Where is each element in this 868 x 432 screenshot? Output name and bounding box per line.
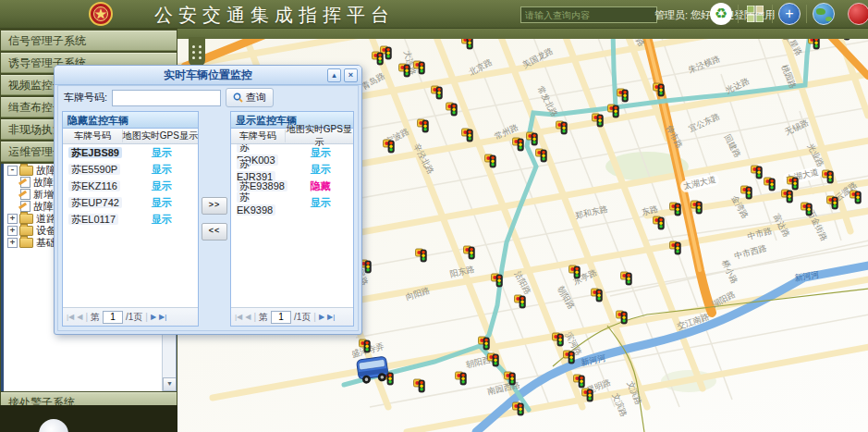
next-page-icon[interactable]: ▶ bbox=[319, 313, 324, 321]
traffic-signal-icon[interactable] bbox=[592, 113, 604, 129]
traffic-signal-icon[interactable] bbox=[514, 294, 526, 310]
search-button[interactable]: 查询 bbox=[226, 88, 274, 107]
traffic-signal-icon[interactable] bbox=[398, 63, 410, 79]
shown-row-1[interactable]: 苏EJR391显示 bbox=[231, 161, 353, 178]
traffic-signal-icon[interactable] bbox=[653, 216, 665, 231]
hidden-row-2[interactable]: 苏EKZ116显示 bbox=[63, 178, 198, 194]
traffic-signal-icon[interactable] bbox=[512, 137, 524, 153]
panel-grip-handle[interactable] bbox=[189, 37, 205, 67]
traffic-signal-icon[interactable] bbox=[787, 176, 799, 191]
gps-toggle-link[interactable]: 显示 bbox=[287, 196, 353, 210]
traffic-signal-icon[interactable] bbox=[461, 128, 473, 143]
dialog-title: 实时车辆位置监控 bbox=[164, 68, 252, 81]
traffic-signal-icon[interactable] bbox=[463, 245, 475, 261]
folder-icon bbox=[19, 166, 33, 176]
traffic-signal-icon[interactable] bbox=[616, 310, 628, 326]
page-total: /1页 bbox=[294, 311, 311, 324]
gps-toggle-link[interactable]: 显示 bbox=[126, 213, 198, 227]
last-page-icon[interactable]: ▶| bbox=[159, 313, 166, 321]
traffic-signal-icon[interactable] bbox=[669, 241, 681, 256]
sidebar-menu-0[interactable]: 信号管理子系统 bbox=[1, 31, 177, 51]
gps-toggle-link[interactable]: 显示 bbox=[126, 179, 198, 193]
traffic-signal-icon[interactable] bbox=[504, 371, 516, 387]
traffic-signal-icon[interactable] bbox=[413, 60, 425, 76]
move-left-button[interactable]: << bbox=[202, 223, 227, 241]
traffic-signal-icon[interactable] bbox=[413, 378, 425, 394]
hidden-row-4[interactable]: 苏EL0117显示 bbox=[63, 211, 198, 228]
prev-page-icon[interactable]: ◀ bbox=[77, 313, 82, 321]
traffic-signal-icon[interactable] bbox=[512, 401, 524, 417]
page-number-input[interactable] bbox=[271, 311, 291, 324]
traffic-signal-icon[interactable] bbox=[552, 332, 564, 348]
header-search-input[interactable] bbox=[520, 6, 657, 23]
first-page-icon[interactable]: |◀ bbox=[235, 313, 242, 321]
scrollbar-down-arrow[interactable]: ▼ bbox=[163, 377, 177, 391]
hidden-row-1[interactable]: 苏E5590P显示 bbox=[63, 161, 198, 178]
traffic-signal-icon[interactable] bbox=[751, 165, 763, 180]
traffic-signal-icon[interactable] bbox=[455, 371, 467, 387]
prev-page-icon[interactable]: ◀ bbox=[245, 313, 251, 321]
map-tiles-icon[interactable] bbox=[743, 2, 767, 26]
plate-number: 苏EJBS89 bbox=[63, 146, 126, 160]
traffic-signal-icon[interactable] bbox=[484, 154, 496, 169]
traffic-signal-icon[interactable] bbox=[556, 120, 568, 136]
traffic-signal-icon[interactable] bbox=[372, 51, 384, 67]
expand-toggle-icon[interactable]: + bbox=[7, 214, 18, 224]
recycle-icon[interactable]: ♻ bbox=[709, 2, 733, 26]
traffic-signal-icon[interactable] bbox=[617, 88, 629, 104]
gps-toggle-link[interactable]: 显示 bbox=[126, 196, 198, 210]
traffic-signal-icon[interactable] bbox=[383, 139, 395, 154]
traffic-signal-icon[interactable] bbox=[607, 104, 619, 119]
shown-row-3[interactable]: 苏EK9398显示 bbox=[231, 194, 353, 211]
next-page-icon[interactable]: ▶ bbox=[151, 313, 156, 321]
gps-toggle-link[interactable]: 显示 bbox=[287, 163, 353, 177]
traffic-signal-icon[interactable] bbox=[653, 82, 665, 98]
alert-icon[interactable] bbox=[841, 2, 865, 26]
traffic-signal-icon[interactable] bbox=[535, 148, 547, 164]
traffic-signal-icon[interactable] bbox=[801, 202, 813, 217]
traffic-signal-icon[interactable] bbox=[826, 195, 838, 211]
traffic-signal-icon[interactable] bbox=[568, 265, 581, 280]
traffic-signal-icon[interactable] bbox=[478, 336, 490, 352]
first-page-icon[interactable]: |◀ bbox=[67, 313, 74, 321]
zoom-plus-icon[interactable]: + bbox=[777, 2, 801, 26]
traffic-signal-icon[interactable] bbox=[415, 248, 427, 264]
globe-icon[interactable] bbox=[812, 2, 836, 26]
traffic-signal-icon[interactable] bbox=[487, 352, 499, 368]
traffic-signal-icon[interactable] bbox=[431, 85, 443, 101]
move-right-button[interactable]: >> bbox=[202, 197, 227, 215]
close-icon[interactable]: × bbox=[344, 68, 358, 82]
gps-toggle-link[interactable]: 显示 bbox=[126, 146, 198, 160]
dialog-body: 车牌号码: 查询 隐藏监控车辆 车牌号码 地图实时GPS显示 bbox=[57, 85, 359, 331]
traffic-signal-icon[interactable] bbox=[620, 271, 632, 287]
traffic-signal-icon[interactable] bbox=[581, 388, 593, 403]
traffic-signal-icon[interactable] bbox=[850, 190, 862, 205]
page-number-input[interactable] bbox=[103, 311, 123, 324]
traffic-signal-icon[interactable] bbox=[417, 118, 429, 134]
traffic-signal-icon[interactable] bbox=[491, 273, 503, 289]
hidden-row-0[interactable]: 苏EJBS89显示 bbox=[63, 144, 198, 161]
traffic-signal-icon[interactable] bbox=[526, 131, 538, 147]
expand-toggle-icon[interactable]: + bbox=[7, 238, 18, 248]
traffic-signal-icon[interactable] bbox=[740, 185, 752, 201]
gps-toggle-link[interactable]: 隐藏 bbox=[287, 179, 353, 193]
traffic-signal-icon[interactable] bbox=[591, 288, 603, 303]
plate-input[interactable] bbox=[112, 90, 221, 106]
gps-toggle-link[interactable]: 显示 bbox=[126, 163, 198, 177]
traffic-signal-icon[interactable] bbox=[764, 177, 776, 192]
tracked-vehicle-icon[interactable] bbox=[352, 350, 396, 388]
traffic-signal-icon[interactable] bbox=[669, 202, 681, 217]
hidden-row-3[interactable]: 苏EUP742显示 bbox=[63, 194, 198, 211]
collapse-toggle-icon[interactable]: - bbox=[7, 166, 18, 176]
collapse-icon[interactable]: ▴ bbox=[327, 68, 341, 82]
gps-toggle-link[interactable]: 显示 bbox=[287, 146, 353, 160]
traffic-signal-icon[interactable] bbox=[563, 350, 575, 365]
search-button-label: 查询 bbox=[246, 91, 266, 105]
traffic-signal-icon[interactable] bbox=[691, 200, 703, 216]
traffic-signal-icon[interactable] bbox=[446, 102, 458, 117]
dialog-titlebar[interactable]: 实时车辆位置监控 ▴ × bbox=[55, 66, 361, 85]
expand-toggle-icon[interactable]: + bbox=[7, 226, 18, 236]
last-page-icon[interactable]: ▶| bbox=[327, 313, 335, 321]
shown-vehicles-panel: 显示监控车辆 车牌号码 地图实时GPS显示 苏EQK003显示苏EJR391显示… bbox=[230, 111, 354, 327]
traffic-signal-icon[interactable] bbox=[822, 169, 834, 185]
